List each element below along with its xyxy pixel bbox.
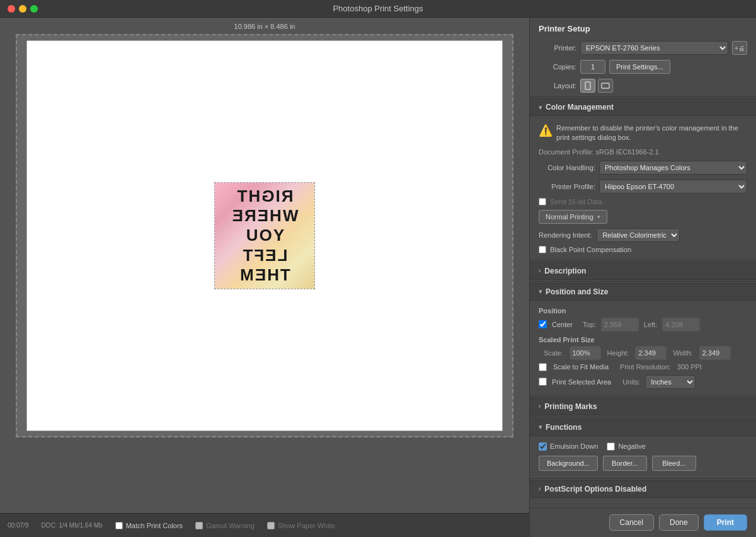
copies-row: Copies: Print Settings... — [530, 57, 756, 76]
printing-marks-header[interactable]: › Printing Marks — [530, 398, 756, 415]
top-input[interactable] — [601, 318, 639, 332]
emulsion-down-checkbox[interactable] — [539, 442, 547, 451]
show-paper-white-label[interactable]: Show Paper White — [278, 522, 335, 529]
warning-box: ⚠️ Remember to disable the printer's col… — [530, 120, 756, 147]
send-16bit-row: Send 16-bit Data — [530, 196, 756, 207]
units-select[interactable]: Inches — [645, 375, 696, 389]
print-resolution-value: 300 PPI — [677, 363, 702, 371]
position-size-arrow: ▾ — [539, 288, 542, 295]
gamut-warning-label[interactable]: Gamut Warning — [206, 522, 255, 529]
cancel-button[interactable]: Cancel — [609, 514, 654, 531]
height-label: Height: — [607, 349, 629, 357]
gamut-warning-item: Gamut Warning — [195, 522, 255, 529]
normal-printing-caret: ▾ — [597, 214, 600, 220]
negative-item: Negative — [607, 442, 645, 451]
color-handling-label: Color Handling: — [539, 164, 595, 171]
printing-marks-arrow: › — [539, 403, 541, 410]
print-image: RIGHTWHEREYOULEFTTHEM — [215, 183, 314, 289]
bleed-button[interactable]: Bleed... — [652, 456, 696, 471]
width-input[interactable] — [699, 346, 731, 360]
divider-6 — [530, 478, 756, 479]
printer-select[interactable]: EPSON ET-2760 Series — [580, 41, 728, 55]
center-checkbox[interactable] — [539, 320, 547, 328]
color-management-header[interactable]: ▾ Color Management — [530, 98, 756, 116]
add-printer-button[interactable]: +🖨 — [732, 41, 747, 55]
description-header[interactable]: › Description — [530, 262, 756, 280]
black-point-checkbox[interactable] — [539, 246, 546, 253]
scale-to-fit-label[interactable]: Scale to Fit Media — [553, 363, 609, 371]
color-management-content: ⚠️ Remember to disable the printer's col… — [530, 116, 756, 259]
spacer — [530, 498, 756, 507]
doc-profile: Document Profile: sRGB IEC61966-2.1 — [530, 147, 756, 158]
match-print-colors-checkbox[interactable] — [115, 522, 123, 529]
printer-row: Printer: EPSON ET-2760 Series +🖨 — [530, 38, 756, 57]
negative-label[interactable]: Negative — [618, 442, 645, 450]
divider-1 — [530, 96, 756, 97]
rendering-intent-label: Rendering Intent: — [539, 231, 592, 239]
scale-to-fit-checkbox[interactable] — [539, 363, 547, 371]
match-print-colors-label[interactable]: Match Print Colors — [126, 522, 183, 529]
printer-profile-select[interactable]: Hiipoo Epson ET-4700 — [599, 180, 747, 193]
show-paper-white-checkbox[interactable] — [267, 522, 275, 529]
center-label[interactable]: Center — [552, 321, 573, 328]
divider-4 — [530, 396, 756, 396]
send-16bit-label[interactable]: Send 16-bit Data — [550, 198, 602, 205]
height-input[interactable] — [635, 346, 667, 360]
normal-printing-label: Normal Printing — [546, 213, 593, 221]
color-management-arrow: ▾ — [539, 104, 542, 111]
minimize-button[interactable] — [19, 5, 26, 13]
black-point-label[interactable]: Black Point Compensation — [550, 246, 631, 253]
position-size-label: Position and Size — [546, 287, 608, 296]
postscript-label: PostScript Options Disabled — [544, 485, 646, 494]
print-image-container[interactable]: RIGHTWHEREYOULEFTTHEM — [214, 182, 315, 289]
background-button[interactable]: Background... — [539, 456, 598, 471]
emulsion-negative-row: Emulsion Down Negative — [530, 440, 756, 453]
copies-label: Copies: — [539, 63, 576, 71]
layout-buttons — [580, 79, 613, 93]
description-label: Description — [544, 267, 586, 275]
scaled-print-size-label: Scaled Print Size — [530, 333, 756, 345]
maximize-button[interactable] — [30, 5, 38, 13]
send-16bit-checkbox[interactable] — [539, 198, 546, 205]
functions-header[interactable]: ▾ Functions — [530, 419, 756, 436]
left-input[interactable] — [662, 318, 700, 332]
rendering-intent-row: Rendering Intent: Relative Colorimetric — [530, 226, 756, 244]
emulsion-down-label[interactable]: Emulsion Down — [550, 442, 598, 450]
layout-row: Layout: — [530, 76, 756, 95]
functions-arrow: ▾ — [539, 424, 542, 430]
emulsion-down-item: Emulsion Down — [539, 442, 598, 451]
done-button[interactable]: Done — [659, 514, 699, 531]
bottom-buttons: Cancel Done Print — [530, 507, 756, 537]
print-settings-button[interactable]: Print Settings... — [609, 60, 670, 74]
print-selected-area-checkbox[interactable] — [539, 378, 547, 386]
canvas-outer: RIGHTWHEREYOULEFTTHEM — [16, 34, 513, 437]
units-label: Units: — [622, 378, 640, 386]
border-button[interactable]: Border... — [603, 456, 647, 471]
top-label: Top: — [583, 321, 596, 328]
close-button[interactable] — [8, 5, 15, 13]
position-size-content: Position Center Top: Left: Scaled Print … — [530, 301, 756, 395]
print-button[interactable]: Print — [704, 514, 747, 531]
left-label: Left: — [644, 321, 657, 328]
printing-marks-label: Printing Marks — [544, 402, 597, 411]
copies-input[interactable] — [580, 60, 605, 74]
position-size-header[interactable]: ▾ Position and Size — [530, 283, 756, 301]
functions-buttons-row: Background... Border... Bleed... — [530, 453, 756, 473]
normal-printing-button[interactable]: Normal Printing ▾ — [539, 210, 607, 224]
printer-profile-label: Printer Profile: — [539, 183, 595, 190]
width-label: Width: — [673, 349, 692, 357]
rendering-intent-select[interactable]: Relative Colorimetric — [597, 228, 680, 242]
negative-checkbox[interactable] — [607, 442, 615, 451]
color-handling-select[interactable]: Photoshop Manages Colors — [599, 161, 747, 175]
portrait-button[interactable] — [580, 79, 595, 93]
scale-input[interactable] — [570, 346, 601, 360]
scale-label: Scale: — [544, 349, 563, 357]
landscape-button[interactable] — [598, 79, 613, 93]
divider-2 — [530, 260, 756, 261]
print-selected-area-label[interactable]: Print Selected Area — [552, 378, 611, 386]
canvas-inner: RIGHTWHEREYOULEFTTHEM — [26, 40, 503, 431]
gamut-warning-checkbox[interactable] — [195, 522, 203, 529]
postscript-header[interactable]: › PostScript Options Disabled — [530, 480, 756, 498]
center-row: Center Top: Left: — [530, 316, 756, 333]
scale-row: Scale: Height: Width: — [530, 345, 756, 361]
